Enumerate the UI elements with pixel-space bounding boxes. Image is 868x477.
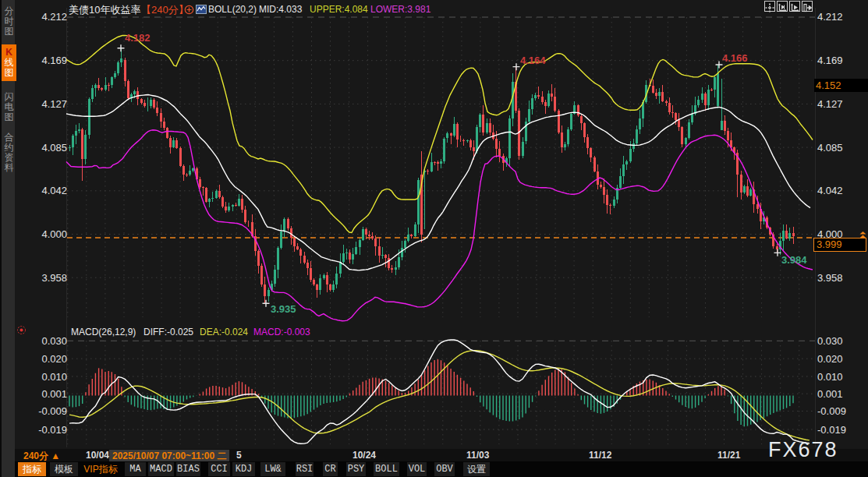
svg-text:4.182: 4.182	[125, 32, 151, 44]
svg-text:3.984: 3.984	[781, 254, 807, 266]
svg-text:4.166: 4.166	[722, 52, 748, 64]
svg-text:4.164: 4.164	[520, 55, 546, 66]
svg-text:3.935: 3.935	[271, 303, 296, 315]
